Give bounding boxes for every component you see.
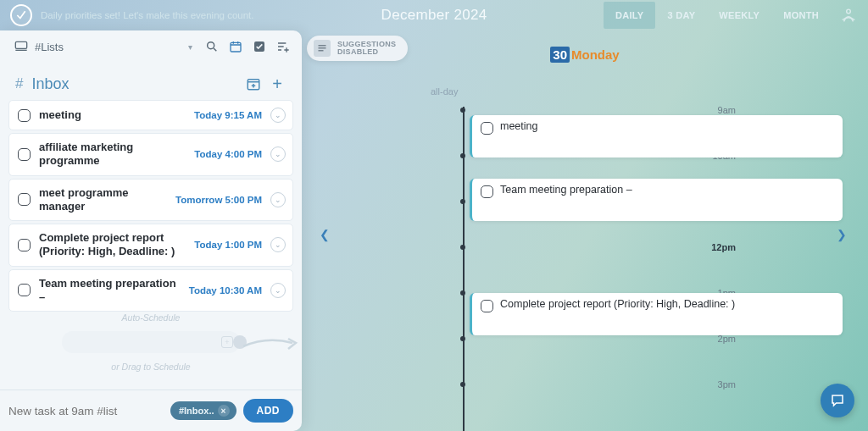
task-row[interactable]: meet programme managerTomorrow 5:00 PM⌄: [8, 179, 293, 222]
task-checkbox[interactable]: [18, 193, 31, 206]
event-title: Complete project report (Priority: High,…: [500, 298, 735, 310]
task-row[interactable]: meetingToday 9:15 AM⌄: [8, 100, 293, 130]
task-title: meet programme manager: [39, 186, 167, 214]
hint-box: +: [62, 331, 240, 353]
new-task-input[interactable]: [8, 405, 164, 417]
view-tab-month[interactable]: MONTH: [771, 2, 831, 29]
timeline[interactable]: 9am10am11am12pm1pm2pm3pmmeetingTeam meet…: [429, 102, 741, 431]
autoschedule-hint: Auto-Schedule + or Drag to Schedule: [0, 314, 302, 390]
app-logo[interactable]: [10, 4, 32, 26]
task-checkbox[interactable]: [18, 239, 31, 251]
chevron-down-icon: ▾: [188, 42, 192, 52]
hint-small-icon: +: [221, 336, 233, 348]
hour-label: 3pm: [718, 379, 736, 390]
next-day-button[interactable]: ❯: [832, 225, 851, 244]
hour-tick: [460, 336, 465, 341]
calendar-event[interactable]: Complete project report (Priority: High,…: [470, 293, 843, 335]
hour-tick: [460, 153, 465, 158]
hint-arrow-icon: [242, 333, 301, 360]
allday-label: all-day: [431, 86, 458, 97]
task-checkbox[interactable]: [18, 109, 31, 122]
hour-label: 12pm: [711, 242, 736, 252]
month-title[interactable]: December 2024: [381, 7, 487, 24]
plus-icon[interactable]: +: [268, 75, 287, 93]
chevron-down-icon[interactable]: ⌄: [270, 146, 286, 162]
app-header: Daily priorities set! Let's make this ev…: [0, 0, 868, 30]
task-row[interactable]: affiliate marketing programmeToday 4:00 …: [8, 133, 293, 176]
calendar-event[interactable]: Team meeting preparation –: [470, 179, 843, 221]
new-task-bar: #Inbox.. × ADD: [0, 390, 302, 431]
calendar-area: 30Monday all-day ❮ ❯ 9am10am11am12pm1pm2…: [302, 30, 868, 431]
event-title: meeting: [500, 120, 537, 132]
task-row[interactable]: Team meeting preparation –Today 10:30 AM…: [8, 269, 293, 312]
calendar-event[interactable]: meeting: [470, 115, 843, 157]
chevron-down-icon[interactable]: ⌄: [270, 283, 286, 298]
calendar-today-icon[interactable]: [225, 36, 246, 57]
chip-label: #Inbox..: [179, 406, 214, 416]
hint-label-auto: Auto-Schedule: [122, 312, 181, 323]
task-title: affiliate marketing programme: [39, 141, 186, 169]
event-checkbox[interactable]: [481, 185, 493, 198]
view-tab-weekly[interactable]: WEEKLY: [707, 2, 771, 29]
tasks-panel: #Lists ▾ # Inbox + meetingToday: [0, 30, 302, 431]
day-name: Monday: [571, 47, 620, 62]
chevron-down-icon[interactable]: ⌄: [270, 108, 286, 123]
list-selector-label: #Lists: [35, 41, 64, 53]
task-checkbox[interactable]: [18, 148, 31, 161]
svg-point-0: [847, 9, 851, 14]
checkbox-icon[interactable]: [249, 36, 270, 57]
task-row[interactable]: Complete project report (Priority: High,…: [8, 224, 293, 267]
tasks-toolbar: #Lists ▾: [0, 30, 302, 63]
chevron-down-icon[interactable]: ⌄: [270, 192, 286, 207]
task-time: Today 9:15 AM: [194, 110, 262, 120]
svg-rect-4: [15, 41, 26, 48]
event-checkbox[interactable]: [481, 300, 493, 312]
task-title: Complete project report (Priority: High,…: [39, 231, 186, 259]
task-title: meeting: [39, 108, 186, 122]
list-header: # Inbox +: [0, 63, 302, 100]
task-list: meetingToday 9:15 AM⌄affiliate marketing…: [0, 100, 302, 314]
event-checkbox[interactable]: [481, 122, 493, 135]
hour-tick: [460, 199, 465, 204]
day-header[interactable]: 30Monday: [302, 30, 868, 62]
task-title: Team meeting preparation –: [39, 277, 181, 305]
hour-tick: [460, 382, 465, 387]
list-selector[interactable]: #Lists ▾: [8, 36, 198, 58]
event-title: Team meeting preparation –: [500, 184, 632, 196]
chat-button[interactable]: [821, 384, 854, 417]
task-time: Today 1:00 PM: [194, 240, 262, 250]
meditate-icon[interactable]: [839, 6, 858, 25]
device-icon: [14, 41, 28, 53]
hour-tick: [460, 245, 465, 250]
hour-label: 9am: [718, 105, 736, 115]
day-number: 30: [550, 47, 570, 63]
hint-label-drag: or Drag to Schedule: [111, 362, 190, 372]
task-time: Today 10:30 AM: [189, 285, 262, 296]
search-icon[interactable]: [202, 36, 222, 57]
view-tabs: DAILY 3 DAY WEEKLY MONTH: [604, 2, 858, 29]
task-time: Tomorrow 5:00 PM: [175, 195, 262, 205]
hour-tick: [460, 290, 465, 296]
chip-close-icon[interactable]: ×: [218, 405, 230, 417]
task-time: Today 4:00 PM: [194, 149, 262, 159]
list-name[interactable]: Inbox: [31, 75, 239, 93]
tagline-text: Daily priorities set! Let's make this ev…: [41, 10, 253, 20]
calendar-add-icon[interactable]: [244, 75, 263, 93]
sort-add-icon[interactable]: [273, 36, 293, 57]
task-checkbox[interactable]: [18, 284, 31, 296]
view-tab-daily[interactable]: DAILY: [604, 2, 656, 29]
hash-icon: #: [15, 75, 23, 92]
add-button[interactable]: ADD: [243, 399, 294, 423]
prev-day-button[interactable]: ❮: [315, 225, 334, 244]
hour-tick: [460, 108, 465, 113]
svg-point-5: [208, 42, 214, 49]
chevron-down-icon[interactable]: ⌄: [270, 237, 286, 252]
view-tab-3day[interactable]: 3 DAY: [655, 2, 707, 29]
svg-rect-6: [231, 42, 241, 52]
inbox-chip[interactable]: #Inbox.. ×: [170, 401, 236, 420]
